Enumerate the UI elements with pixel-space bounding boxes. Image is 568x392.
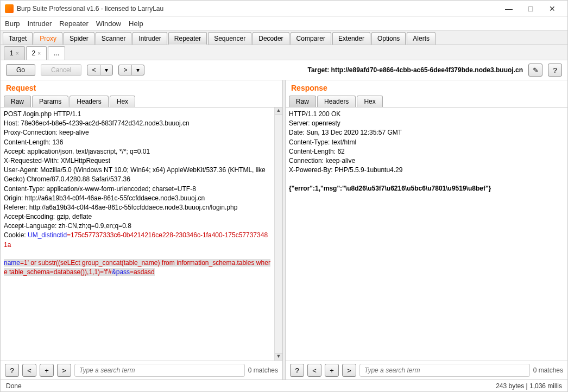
request-pane: Request Raw Params Headers Hex POST /log…: [1, 80, 282, 380]
caret-down-icon: ▾: [100, 65, 112, 75]
request-search-matches: 0 matches: [248, 366, 278, 374]
response-tab-headers[interactable]: Headers: [317, 96, 356, 107]
search-prev-button[interactable]: <: [22, 364, 36, 377]
question-icon: ?: [553, 66, 557, 74]
tab-spider[interactable]: Spider: [64, 32, 94, 45]
chevron-left-icon: <: [87, 65, 100, 75]
scroll-down-icon: ▼: [275, 353, 282, 361]
menu-intruder[interactable]: Intruder: [27, 20, 52, 28]
menu-burp[interactable]: Burp: [5, 20, 20, 28]
tab-decoder[interactable]: Decoder: [253, 32, 289, 45]
menu-help[interactable]: Help: [129, 20, 143, 28]
search-next-button[interactable]: >: [342, 364, 356, 377]
request-response-panes: Request Raw Params Headers Hex POST /log…: [1, 80, 567, 380]
history-back[interactable]: <▾: [87, 65, 113, 75]
response-raw-viewer[interactable]: HTTP/1.1 200 OK Server: openresty Date: …: [286, 108, 567, 361]
search-help-button[interactable]: ?: [5, 364, 19, 377]
search-prev-button[interactable]: <: [307, 364, 321, 377]
tab-alerts[interactable]: Alerts: [407, 32, 436, 45]
response-tab-raw[interactable]: Raw: [289, 96, 316, 107]
response-searchbar: ? < + > 0 matches: [286, 361, 567, 380]
repeater-subtabs: 1× 2× ...: [1, 45, 567, 60]
tab-comparer[interactable]: Comparer: [291, 32, 331, 45]
request-tab-headers[interactable]: Headers: [70, 96, 108, 107]
tab-options[interactable]: Options: [371, 32, 406, 45]
response-tabs: Raw Headers Hex: [286, 96, 567, 108]
tab-extender[interactable]: Extender: [332, 32, 370, 45]
cancel-button[interactable]: Cancel: [41, 64, 81, 76]
subtab-2[interactable]: 2×: [26, 46, 47, 60]
search-next-button[interactable]: >: [57, 364, 71, 377]
menubar: Burp Intruder Repeater Window Help: [1, 17, 567, 30]
maximize-button[interactable]: □: [520, 4, 541, 13]
request-tab-hex[interactable]: Hex: [110, 96, 135, 107]
main-tabs: Target Proxy Spider Scanner Intruder Rep…: [1, 30, 567, 45]
menu-repeater[interactable]: Repeater: [59, 20, 88, 28]
pencil-icon: ✎: [533, 66, 539, 74]
request-search-input[interactable]: [74, 364, 245, 377]
search-add-button[interactable]: +: [40, 364, 54, 377]
go-button[interactable]: Go: [6, 64, 35, 76]
edit-target-button[interactable]: ✎: [528, 64, 542, 77]
close-icon[interactable]: ×: [16, 50, 19, 56]
subtab-1[interactable]: 1×: [4, 46, 25, 60]
tab-sequencer[interactable]: Sequencer: [208, 32, 251, 45]
request-tab-raw[interactable]: Raw: [4, 96, 31, 107]
request-tab-params[interactable]: Params: [32, 96, 68, 107]
tab-intruder[interactable]: Intruder: [132, 32, 167, 45]
target-label: Target: http://e89afd70-e866-4cbb-ac65-6…: [150, 66, 523, 74]
response-search-matches: 0 matches: [533, 366, 563, 374]
history-forward[interactable]: >▾: [118, 65, 144, 75]
help-button[interactable]: ?: [548, 64, 562, 77]
scroll-up-icon: ▲: [275, 108, 282, 115]
request-tabs: Raw Params Headers Hex: [1, 96, 282, 108]
search-add-button[interactable]: +: [325, 364, 339, 377]
request-searchbar: ? < + > 0 matches: [1, 361, 282, 380]
request-raw-editor[interactable]: POST /login.php HTTP/1.1 Host: 78e36ec4-…: [1, 108, 274, 361]
tab-proxy[interactable]: Proxy: [34, 32, 62, 45]
search-help-button[interactable]: ?: [290, 364, 304, 377]
response-title: Response: [286, 80, 567, 93]
close-icon[interactable]: ×: [37, 50, 41, 56]
subtab-new[interactable]: ...: [48, 46, 65, 60]
menu-window[interactable]: Window: [96, 20, 121, 28]
response-pane: Response Raw Headers Hex HTTP/1.1 200 OK…: [286, 80, 567, 380]
minimize-button[interactable]: —: [498, 4, 520, 13]
app-icon: [5, 4, 14, 13]
response-tab-hex[interactable]: Hex: [357, 96, 382, 107]
close-button[interactable]: ✕: [541, 4, 563, 13]
repeater-toolbar: Go Cancel <▾ >▾ Target: http://e89afd70-…: [1, 60, 567, 80]
titlebar: Burp Suite Professional v1.6 - licensed …: [1, 1, 567, 17]
chevron-right-icon: >: [119, 65, 132, 75]
status-left: Done: [6, 382, 22, 390]
response-search-input[interactable]: [359, 364, 530, 377]
tab-repeater[interactable]: Repeater: [168, 32, 207, 45]
caret-down-icon: ▾: [132, 65, 144, 75]
window-title: Burp Suite Professional v1.6 - licensed …: [17, 5, 498, 12]
request-scrollbar[interactable]: ▲▼: [274, 108, 282, 361]
tab-target[interactable]: Target: [3, 32, 33, 45]
tab-scanner[interactable]: Scanner: [96, 32, 132, 45]
request-title: Request: [1, 80, 282, 93]
statusbar: Done 243 bytes | 1,036 millis: [1, 380, 567, 391]
status-right: 243 bytes | 1,036 millis: [496, 382, 562, 390]
